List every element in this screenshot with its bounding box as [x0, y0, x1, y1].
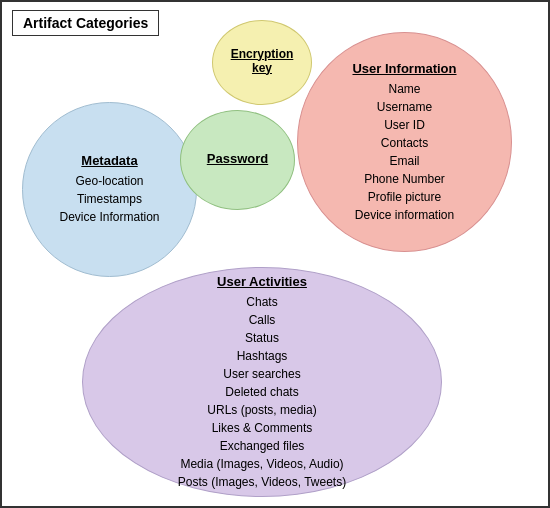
- user-information-ellipse: User Information Name Username User ID C…: [297, 32, 512, 252]
- list-item: Device Information: [59, 208, 159, 226]
- user-information-title: User Information: [352, 61, 456, 76]
- password-ellipse: Password: [180, 110, 295, 210]
- list-item: Username: [355, 98, 454, 116]
- list-item: Chats: [178, 293, 346, 311]
- metadata-items: Geo-location Timestamps Device Informati…: [59, 172, 159, 226]
- list-item: Contacts: [355, 134, 454, 152]
- list-item: Device information: [355, 206, 454, 224]
- list-item: Geo-location: [59, 172, 159, 190]
- list-item: Hashtags: [178, 347, 346, 365]
- list-item: URLs (posts, media): [178, 401, 346, 419]
- list-item: Deleted chats: [178, 383, 346, 401]
- title-text: Artifact Categories: [23, 15, 148, 31]
- list-item: Email: [355, 152, 454, 170]
- list-item: Timestamps: [59, 190, 159, 208]
- password-title: Password: [207, 151, 268, 166]
- list-item: User searches: [178, 365, 346, 383]
- user-activities-title: User Activities: [217, 274, 307, 289]
- user-activities-items: Chats Calls Status Hashtags User searche…: [178, 293, 346, 491]
- list-item: Phone Number: [355, 170, 454, 188]
- encryption-key-title: Encryptionkey: [231, 47, 294, 75]
- list-item: Name: [355, 80, 454, 98]
- user-information-items: Name Username User ID Contacts Email Pho…: [355, 80, 454, 224]
- metadata-ellipse: Metadata Geo-location Timestamps Device …: [22, 102, 197, 277]
- list-item: Likes & Comments: [178, 419, 346, 437]
- diagram-title: Artifact Categories: [12, 10, 159, 36]
- list-item: Profile picture: [355, 188, 454, 206]
- metadata-title: Metadata: [81, 153, 137, 168]
- list-item: Exchanged files: [178, 437, 346, 455]
- encryption-key-ellipse: Encryptionkey: [212, 20, 312, 105]
- user-activities-ellipse: User Activities Chats Calls Status Hasht…: [82, 267, 442, 497]
- list-item: Status: [178, 329, 346, 347]
- list-item: Calls: [178, 311, 346, 329]
- list-item: Media (Images, Videos, Audio): [178, 455, 346, 473]
- list-item: User ID: [355, 116, 454, 134]
- list-item: Posts (Images, Videos, Tweets): [178, 473, 346, 491]
- diagram-container: Artifact Categories Metadata Geo-locatio…: [0, 0, 550, 508]
